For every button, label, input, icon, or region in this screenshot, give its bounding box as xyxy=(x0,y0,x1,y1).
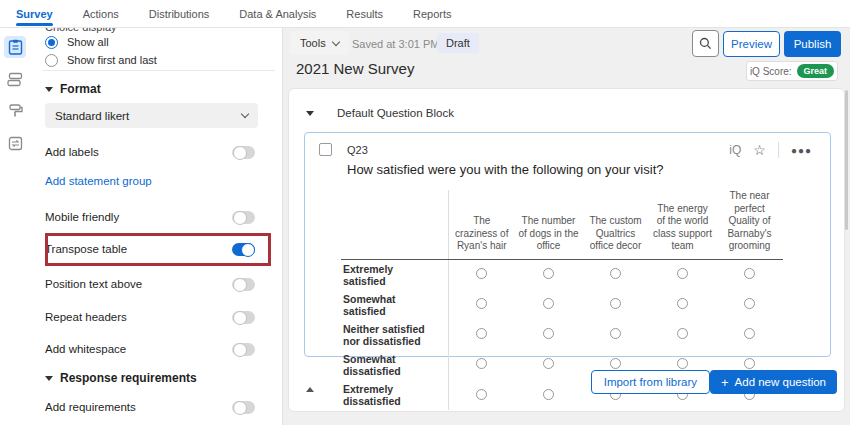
add-new-question-label: Add new question xyxy=(735,376,826,388)
matrix-radio[interactable] xyxy=(476,298,487,309)
import-from-library-button[interactable]: Import from library xyxy=(591,370,710,394)
nav-tab-survey[interactable]: Survey xyxy=(16,0,53,28)
add-requirements-toggle[interactable] xyxy=(232,401,255,414)
matrix-column-header[interactable]: The craziness of Ryan's hair xyxy=(448,190,515,259)
survey-title: 2021 New Survey xyxy=(296,60,414,77)
likert-select-value: Standard likert xyxy=(55,110,129,122)
matrix-row-label[interactable]: Extremely dissatisfied xyxy=(341,380,448,410)
format-section-header[interactable]: Format xyxy=(45,82,101,96)
iq-assist-icon[interactable]: iQ xyxy=(729,143,741,157)
nav-tab-actions[interactable]: Actions xyxy=(83,0,119,28)
transpose-table-toggle[interactable] xyxy=(232,243,255,256)
divider xyxy=(43,70,275,71)
matrix-radio[interactable] xyxy=(543,389,554,400)
matrix-radio[interactable] xyxy=(677,268,688,279)
nav-tab-distributions[interactable]: Distributions xyxy=(149,0,210,28)
add-new-question-button[interactable]: + Add new question xyxy=(710,370,837,394)
show-first-last-radio[interactable]: Show first and last xyxy=(45,52,157,68)
position-text-above-toggle[interactable] xyxy=(232,278,255,291)
add-labels-toggle[interactable] xyxy=(232,146,255,159)
matrix-radio[interactable] xyxy=(610,268,621,279)
left-icon-rail xyxy=(0,28,30,425)
more-options-icon[interactable]: ●●● xyxy=(791,145,812,156)
matrix-radio[interactable] xyxy=(543,328,554,339)
chevron-down-icon xyxy=(331,37,339,45)
transpose-table-label: Transpose table xyxy=(45,243,127,255)
divider xyxy=(778,142,779,158)
top-nav: Survey Actions Distributions Data & Anal… xyxy=(0,0,850,28)
matrix-radio[interactable] xyxy=(543,268,554,279)
question-checkbox[interactable] xyxy=(319,143,332,156)
matrix-radio[interactable] xyxy=(543,298,554,309)
show-all-radio[interactable]: Show all xyxy=(45,34,109,50)
add-requirements-row: Add requirements xyxy=(45,399,255,415)
matrix-radio[interactable] xyxy=(677,298,688,309)
matrix-row-label[interactable]: Neither satisfied nor dissatisfied xyxy=(341,320,448,350)
matrix-radio[interactable] xyxy=(476,389,487,400)
matrix-header-row: The craziness of Ryan's hair The number … xyxy=(341,190,783,259)
mobile-friendly-row: Mobile friendly xyxy=(45,209,255,225)
matrix-row-label[interactable]: Extremely satisfied xyxy=(341,259,448,290)
matrix-radio[interactable] xyxy=(610,298,621,309)
star-icon[interactable]: ☆ xyxy=(753,143,766,157)
nav-tab-data-analysis[interactable]: Data & Analysis xyxy=(239,0,316,28)
position-text-above-label: Position text above xyxy=(45,278,142,290)
matrix-column-header[interactable]: The number of dogs in the office xyxy=(515,190,582,259)
question-text[interactable]: How satisfied were you with the followin… xyxy=(347,162,663,177)
collapse-block-button[interactable] xyxy=(306,382,314,394)
matrix-column-header[interactable]: The energy of the world class support te… xyxy=(649,190,716,259)
matrix-row-label[interactable]: Somewhat dissatisfied xyxy=(341,350,448,380)
mobile-friendly-toggle[interactable] xyxy=(232,211,255,224)
question-card[interactable]: Q23 iQ ☆ ●●● How satisfied were you with… xyxy=(304,132,831,357)
preview-button[interactable]: Preview xyxy=(723,31,780,57)
matrix-radio[interactable] xyxy=(744,268,755,279)
response-requirements-label: Response requirements xyxy=(60,371,197,385)
look-and-feel-icon[interactable] xyxy=(4,100,26,122)
question-id: Q23 xyxy=(347,144,368,156)
matrix-radio[interactable] xyxy=(744,298,755,309)
matrix-radio[interactable] xyxy=(476,358,487,369)
search-button[interactable] xyxy=(692,30,719,57)
response-requirements-header[interactable]: Response requirements xyxy=(45,371,197,385)
matrix-radio[interactable] xyxy=(610,328,621,339)
matrix-radio[interactable] xyxy=(744,328,755,339)
matrix-row: Extremely satisfied xyxy=(341,259,783,290)
nav-tab-reports[interactable]: Reports xyxy=(413,0,452,28)
matrix-radio[interactable] xyxy=(476,328,487,339)
add-statement-group-link[interactable]: Add statement group xyxy=(45,175,152,187)
question-block-card: Default Question Block Q23 iQ ☆ ●●● How … xyxy=(288,88,845,412)
matrix-radio[interactable] xyxy=(610,358,621,369)
matrix-column-header[interactable]: The custom Qualtrics office decor xyxy=(582,190,649,259)
blocks-icon[interactable] xyxy=(4,68,26,90)
matrix-radio[interactable] xyxy=(677,358,688,369)
add-whitespace-toggle[interactable] xyxy=(232,343,255,356)
transpose-table-row: Transpose table xyxy=(45,241,255,257)
choice-display-label: Choice display xyxy=(45,28,117,33)
matrix-radio[interactable] xyxy=(744,358,755,369)
likert-format-select[interactable]: Standard likert xyxy=(45,103,258,128)
matrix-radio[interactable] xyxy=(543,358,554,369)
matrix-row: Somewhat satisfied xyxy=(341,290,783,320)
add-whitespace-row: Add whitespace xyxy=(45,341,255,357)
survey-builder-icon[interactable] xyxy=(4,36,26,58)
vertical-scrollbar[interactable] xyxy=(845,90,848,230)
matrix-corner-cell xyxy=(341,190,448,259)
repeat-headers-toggle[interactable] xyxy=(232,311,255,324)
draft-badge: Draft xyxy=(437,33,479,53)
nav-tab-results[interactable]: Results xyxy=(346,0,383,28)
tools-button[interactable]: Tools xyxy=(290,31,349,55)
matrix-row-label[interactable]: Somewhat satisfied xyxy=(341,290,448,320)
matrix-radio[interactable] xyxy=(677,328,688,339)
search-icon xyxy=(699,37,712,50)
tools-label: Tools xyxy=(300,37,326,49)
survey-flow-icon[interactable] xyxy=(4,132,26,154)
add-labels-row: Add labels xyxy=(45,144,255,160)
matrix-column-header[interactable]: The near perfect Quality of Barnaby's gr… xyxy=(716,190,783,259)
block-header[interactable]: Default Question Block xyxy=(306,107,454,119)
chevron-down-icon xyxy=(45,87,53,92)
show-all-label: Show all xyxy=(67,36,109,48)
publish-button[interactable]: Publish xyxy=(784,31,841,57)
matrix-radio[interactable] xyxy=(476,268,487,279)
format-header-label: Format xyxy=(60,82,101,96)
chevron-up-icon xyxy=(306,387,314,392)
